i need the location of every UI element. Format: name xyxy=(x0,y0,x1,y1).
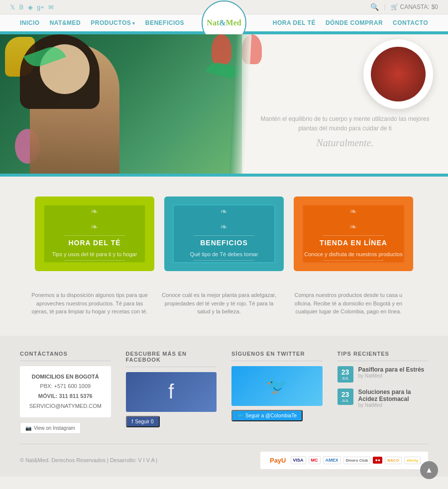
footer-top: CONTÁCTANOS DOMICILIOS EN BOGOTÁ PBX: +5… xyxy=(20,351,428,444)
fb-follow-icon: f xyxy=(132,419,133,424)
facebook-follow-button[interactable]: f Seguir 0 xyxy=(126,416,160,427)
mastercard-logo: MC xyxy=(309,456,321,464)
logo-text: Nat&Med xyxy=(207,18,241,27)
tip-date-1: 23 JUL xyxy=(337,389,353,405)
copyright-text: © Nat&Med. Derechos Reservados | Desarro… xyxy=(20,457,157,463)
footer-tips-col: TIPS RECIENTES 23 JUL Pasiflora para el … xyxy=(337,351,429,434)
nav-donde-comprar[interactable]: DÓNDE COMPRAR xyxy=(326,19,383,26)
instagram-button[interactable]: 📷 View on Instagram xyxy=(20,422,81,434)
tip-item-1: 23 JUL Soluciones para la Acidez Estomac… xyxy=(337,389,429,408)
footer: CONTÁCTANOS DOMICILIOS EN BOGOTÁ PBX: +5… xyxy=(0,336,448,477)
twitter-icon: 🐦 xyxy=(266,376,288,396)
payment-logos: PayU VISA MC AMEX Diners Club ●● BACO ef… xyxy=(260,452,428,469)
cart-icon: 🛒 xyxy=(391,3,398,10)
tip-by-1: by NatMed xyxy=(358,402,429,408)
hero-tagline: Mantén el equilibrio de tu cuerpo y ment… xyxy=(252,114,438,133)
twitter-thumb: 🐦 xyxy=(231,366,323,406)
feature-card-tienda[interactable]: ❧ TIENDA EN LÍNEA Conoce y disfruta de n… xyxy=(294,196,413,271)
tip-date-0: 23 JUL xyxy=(337,366,353,383)
nav-inicio[interactable]: INICIO xyxy=(20,19,40,26)
contact-movil: MÓVIL: 311 811 5376 xyxy=(26,391,105,401)
instagram-label: View on Instagram xyxy=(34,425,75,431)
cart-area[interactable]: 🛒 CANASTA: $0 xyxy=(391,3,438,10)
card-subtitle-3: Conoce y disfruta de nuestros productos xyxy=(304,251,403,257)
tip-month-1: JUL xyxy=(340,398,350,403)
tw-follow-icon: 🐦 xyxy=(237,413,243,418)
nav-productos[interactable]: PRODUCTOS xyxy=(91,19,135,26)
footer-tw-title: SÍGUENOS EN TWITTER xyxy=(231,351,323,361)
card-divider-bottom-2 xyxy=(194,260,254,261)
feature-card-beneficios[interactable]: ❧ BENEFICIOS Qué tipo de Té debes tomar xyxy=(164,196,284,271)
feature-card-hora-del-te[interactable]: ❧ HORA DEL TÉ Tips y usos del té para ti… xyxy=(35,196,154,271)
tea-liquid xyxy=(371,47,426,101)
tip-month-0: JUL xyxy=(340,376,350,381)
card-subtitle-2: Qué tipo de Té debes tomar xyxy=(190,251,258,257)
footer-tips-title: TIPS RECIENTES xyxy=(337,351,429,361)
twitter-link[interactable]: 𝕏 xyxy=(10,3,15,11)
footer-twitter-col: SÍGUENOS EN TWITTER 🐦 🐦 Seguir a @Colomb… xyxy=(231,351,323,434)
twitter-follow-button[interactable]: 🐦 Seguir a @ColombiaTe xyxy=(231,410,303,421)
hero-naturally: Naturalmente. xyxy=(252,137,438,149)
amex-logo: AMEX xyxy=(323,456,341,464)
contact-pbx: PBX: +571 600 1009 xyxy=(26,382,105,391)
tip-by-0: by NatMed xyxy=(358,373,429,379)
nav-beneficios[interactable]: BENEFICIOS xyxy=(145,19,184,26)
tip-item-0: 23 JUL Pasiflora para el Estrés by NatMe… xyxy=(337,366,429,383)
facebook-icon: f xyxy=(168,381,174,403)
feature-descriptions: Ponemos a tu disposición algunos tips pa… xyxy=(0,291,448,336)
facebook-thumb: f xyxy=(126,372,217,412)
scroll-to-top-button[interactable]: ▲ xyxy=(420,461,438,477)
search-icon[interactable]: 🔍 xyxy=(370,3,379,11)
payu-logo: PayU xyxy=(268,456,288,465)
bancolombia-logo: BACO xyxy=(385,457,402,464)
tip-content-1: Soluciones para la Acidez Estomacal by N… xyxy=(358,389,429,408)
hero-left-bg xyxy=(0,34,246,174)
logo-med: Med xyxy=(226,18,241,27)
footer-bottom: © Nat&Med. Derechos Reservados | Desarro… xyxy=(20,444,428,477)
nav-hora-del-te[interactable]: HORA DEL TÉ xyxy=(273,19,316,26)
feature-desc-2: Conoce cuál es la mejor planta para adel… xyxy=(159,291,279,316)
card-divider-bottom-1 xyxy=(64,260,124,261)
cart-label: CANASTA: xyxy=(400,3,430,10)
nav-contacto[interactable]: CONTACTO xyxy=(393,19,428,26)
card-divider-2 xyxy=(194,235,254,236)
contact-email: SERVICIO@NATYMED.COM xyxy=(26,401,105,411)
hero-section: Mantén el equilibrio de tu cuerpo y ment… xyxy=(0,34,448,174)
hero-flower-2 xyxy=(212,34,231,64)
instagram-icon: 📷 xyxy=(25,425,31,431)
efecty-logo: efecty xyxy=(404,457,421,464)
facebook-link[interactable]: 𝔹 xyxy=(19,3,24,11)
google-plus-link[interactable]: g+ xyxy=(37,3,44,11)
hero-right-bg: Mantén el equilibrio de tu cuerpo y ment… xyxy=(242,34,448,174)
feature-desc-1: Ponemos a tu disposición algunos tips pa… xyxy=(30,291,149,316)
card-title-2: BENEFICIOS xyxy=(200,239,248,247)
nav-left: INICIO NAT&MED PRODUCTOS BENEFICIOS xyxy=(20,19,184,26)
tw-follow-label: Seguir a @ColombiaTe xyxy=(245,413,297,418)
fb-follow-label: Seguir 0 xyxy=(135,419,153,424)
tea-cup xyxy=(363,39,433,109)
contact-info-box: DOMICILIOS EN BOGOTÁ PBX: +571 600 1009 … xyxy=(20,366,111,417)
feature-card-inner-3: ❧ TIENDA EN LÍNEA Conoce y disfruta de n… xyxy=(302,204,405,263)
tip-title-0: Pasiflora para el Estrés xyxy=(358,366,429,373)
logo-amp: & xyxy=(219,18,225,27)
nav-right: HORA DEL TÉ DÓNDE COMPRAR CONTACTO xyxy=(273,19,428,26)
nav-natmed[interactable]: NAT&MED xyxy=(50,19,81,26)
card-divider-1 xyxy=(64,235,124,236)
tip-content-0: Pasiflora para el Estrés by NatMed xyxy=(358,366,429,379)
card-subtitle-1: Tips y usos del té para ti y tu hogar xyxy=(52,251,137,257)
cart-value: $0 xyxy=(432,3,438,10)
hero-text-container: Mantén el equilibrio de tu cuerpo y ment… xyxy=(242,104,448,159)
divider: | xyxy=(384,3,385,10)
email-link[interactable]: ✉ xyxy=(48,3,54,11)
contact-city: DOMICILIOS EN BOGOTÁ xyxy=(26,372,105,382)
other-logo-1: ●● xyxy=(373,457,382,464)
pinterest-link[interactable]: ◈ xyxy=(28,3,33,11)
top-right-bar: 🔍 | 🛒 CANASTA: $0 xyxy=(370,3,438,11)
diners-logo: Diners Club xyxy=(343,457,371,464)
logo-nat: Nat xyxy=(207,18,219,27)
card-divider-3 xyxy=(323,235,383,236)
tip-day-0: 23 xyxy=(340,368,350,376)
footer-facebook-col: DESCUBRE MÁS EN FACEBOOK f f Seguir 0 xyxy=(126,351,217,434)
feature-card-inner-1: ❧ HORA DEL TÉ Tips y usos del té para ti… xyxy=(43,204,146,263)
feature-card-inner-2: ❧ BENEFICIOS Qué tipo de Té debes tomar xyxy=(173,204,275,263)
